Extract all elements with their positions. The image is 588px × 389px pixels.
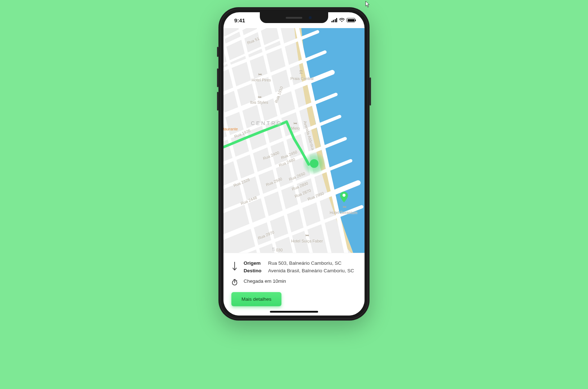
front-camera — [309, 16, 312, 19]
map-view[interactable]: Rua 51 Hotel Pires 🛏 Praia Central ⛱ Ibi… — [223, 28, 365, 253]
destination-value: Avenida Brasil, Balneário Camboriu, SC — [268, 268, 354, 273]
volume-down-button — [217, 92, 218, 111]
power-button — [370, 77, 371, 106]
cellular-signal-icon — [331, 18, 338, 22]
status-right-icons — [331, 18, 356, 22]
eta-row: Chegada em 10min — [231, 278, 357, 286]
mute-switch — [217, 47, 218, 57]
stopwatch-icon — [231, 278, 238, 286]
phone-notch — [260, 12, 328, 23]
battery-icon — [347, 18, 355, 22]
phone-device-frame: 9:41 — [218, 7, 370, 321]
home-indicator[interactable] — [270, 311, 318, 313]
more-details-button[interactable]: Mais detalhes — [231, 292, 281, 306]
arrow-down-icon — [231, 260, 238, 271]
volume-up-button — [217, 68, 218, 87]
origin-value: Rua 503, Balneário Camboriu, SC — [268, 260, 354, 266]
svg-line-24 — [236, 280, 237, 281]
origin-destination-row: Origem Rua 503, Balneário Camboriu, SC D… — [231, 260, 357, 273]
origin-label: Origem — [244, 260, 264, 266]
status-time: 9:41 — [234, 17, 245, 23]
mouse-cursor — [365, 1, 370, 9]
speaker-grille — [286, 17, 302, 19]
phone-screen: 9:41 — [223, 12, 365, 316]
destination-label: Destino — [244, 268, 264, 273]
svg-rect-21 — [234, 279, 236, 280]
trip-info-card: Origem Rua 503, Balneário Camboriu, SC D… — [223, 253, 365, 316]
wifi-icon — [339, 18, 345, 22]
map-basemap — [223, 28, 365, 253]
eta-text: Chegada em 10min — [244, 278, 286, 284]
